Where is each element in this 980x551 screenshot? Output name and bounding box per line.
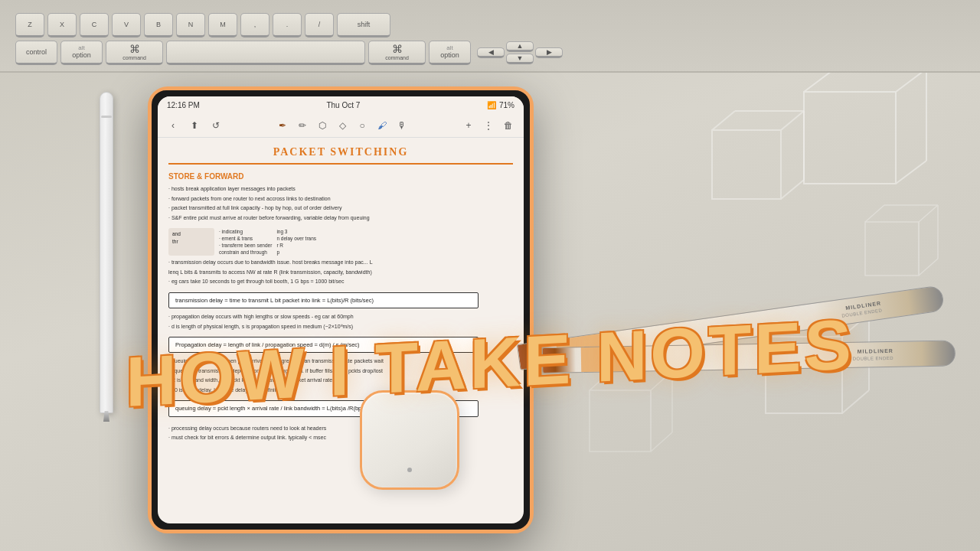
- wifi-icon: 📶: [487, 101, 496, 109]
- note-title: PACKET SWITCHING: [168, 144, 513, 160]
- ipad-screen: 12:16 PM Thu Oct 7 📶 71% ‹ ⬆ ↺ ✒ ✏ ⬡: [158, 96, 524, 523]
- ipad-device: 12:16 PM Thu Oct 7 📶 71% ‹ ⬆ ↺ ✒ ✏ ⬡: [149, 88, 532, 532]
- bullet-15: · must check for bit errors & determine …: [168, 434, 513, 442]
- key-slash[interactable]: /: [305, 13, 334, 37]
- key-arrow-up[interactable]: ▲: [506, 41, 534, 52]
- lasso-tool[interactable]: ○: [354, 118, 370, 133]
- bullet-5: · transmission delay occurs due to bandw…: [168, 259, 513, 267]
- back-button[interactable]: ‹: [165, 118, 181, 133]
- status-time: 12:16 PM: [167, 101, 200, 109]
- key-m[interactable]: M: [208, 13, 237, 37]
- keyboard-top: Z X C V B N M , . / shift control alt op…: [0, 0, 980, 73]
- bullet-9: · d is length of physical length, s is p…: [168, 323, 513, 331]
- share-button[interactable]: ⬆: [187, 118, 202, 133]
- brush-tool[interactable]: 🖌: [374, 118, 390, 133]
- airpods-case: [360, 390, 459, 490]
- add-button[interactable]: +: [461, 118, 476, 133]
- pen-tool[interactable]: ✒: [275, 118, 290, 133]
- ipad-status-bar: 12:16 PM Thu Oct 7 📶 71%: [158, 96, 524, 113]
- undo-button[interactable]: ↺: [208, 118, 224, 133]
- key-command-left[interactable]: ⌘ command: [106, 41, 163, 65]
- mic-button[interactable]: 🎙: [394, 118, 410, 133]
- eraser-tool[interactable]: ⬡: [315, 118, 330, 133]
- bullet-13: · ~0 is small delay, l is large delay, >…: [168, 386, 513, 395]
- key-z[interactable]: Z: [15, 13, 44, 37]
- pencil-tip: [103, 411, 109, 422]
- bullet-3: · packet transmitted at full link capaci…: [168, 204, 513, 213]
- battery-status: 71%: [499, 101, 514, 109]
- key-arrow-left[interactable]: ◀: [477, 47, 505, 58]
- apple-pencil: [100, 92, 113, 413]
- key-control[interactable]: control: [15, 41, 57, 65]
- airpods-led: [407, 468, 412, 472]
- ipad-toolbar: ‹ ⬆ ↺ ✒ ✏ ⬡ ◇ ○ 🖌 🎙 + ⋮ 🗑: [158, 113, 524, 138]
- key-b[interactable]: B: [144, 13, 173, 37]
- bullet-7: · eg cars take 10 seconds to get through…: [168, 278, 513, 286]
- key-option-right[interactable]: alt option: [429, 41, 471, 65]
- more-button[interactable]: ⋮: [481, 118, 496, 133]
- bullet-6: lenq L bits & transmits to access NW at …: [168, 269, 513, 277]
- bullet-11: in queue for transmission- depends on ro…: [168, 367, 513, 376]
- bullet-10: · queuing delay occurs when pckt arrival…: [168, 357, 513, 366]
- bullet-12: · R is link band width, L is pckt length…: [168, 377, 513, 385]
- key-arrow-right[interactable]: ▶: [535, 47, 563, 58]
- note-content: PACKET SWITCHING STORE & FORWARD · hosts…: [158, 138, 524, 523]
- pencil-tool[interactable]: ✏: [295, 118, 310, 133]
- bullet-2: · forward packets from one router to nex…: [168, 195, 513, 204]
- key-space[interactable]: [166, 41, 365, 65]
- section1-title: STORE & FORWARD: [168, 171, 513, 182]
- note-title-line: [168, 163, 513, 165]
- bullet-1: · hosts break application layer messages…: [168, 185, 513, 194]
- key-c[interactable]: C: [80, 13, 109, 37]
- status-date: Thu Oct 7: [326, 101, 360, 109]
- key-command-right[interactable]: ⌘ command: [368, 41, 426, 65]
- key-v[interactable]: V: [112, 13, 141, 37]
- key-comma[interactable]: ,: [240, 13, 270, 37]
- shape-tool[interactable]: ◇: [335, 118, 350, 133]
- key-n[interactable]: N: [176, 13, 205, 37]
- key-arrow-down[interactable]: ▼: [506, 54, 534, 64]
- bullet-4: · S&F entire pckt must arrive at router …: [168, 214, 513, 223]
- formula2-box: Propagation delay = length of link / pro…: [168, 337, 479, 353]
- bullet-14: · processing delay occurs because router…: [168, 425, 513, 433]
- key-period[interactable]: .: [273, 13, 302, 37]
- key-x[interactable]: X: [47, 13, 77, 37]
- ipad-wrapper: 12:16 PM Thu Oct 7 📶 71% ‹ ⬆ ↺ ✒ ✏ ⬡: [119, 88, 532, 540]
- key-option[interactable]: alt option: [60, 41, 103, 65]
- trash-button[interactable]: 🗑: [501, 118, 516, 133]
- option-key-label: option: [72, 51, 91, 59]
- bullet-8: · propagation delay occurs with high len…: [168, 313, 513, 321]
- key-shift[interactable]: shift: [337, 13, 390, 37]
- formula1-box: transmission delay = time to transmit L …: [168, 292, 479, 308]
